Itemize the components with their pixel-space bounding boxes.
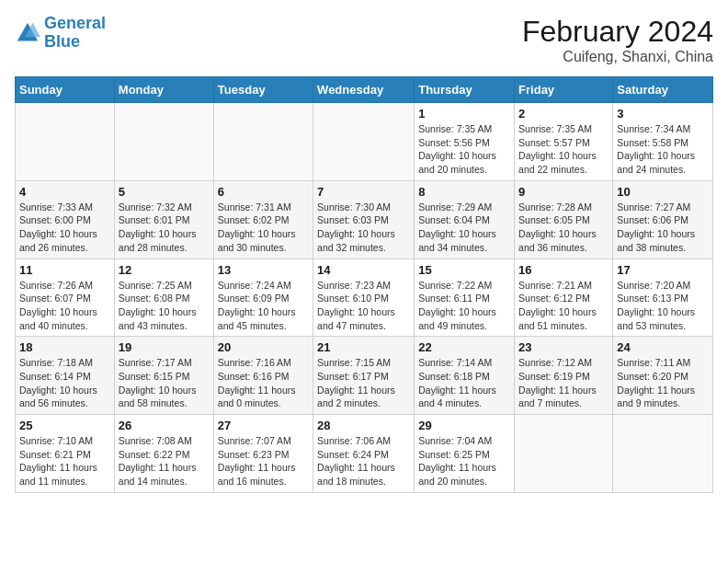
- calendar-cell: 3Sunrise: 7:34 AM Sunset: 5:58 PM Daylig…: [613, 103, 713, 181]
- calendar-week-row: 11Sunrise: 7:26 AM Sunset: 6:07 PM Dayli…: [16, 259, 713, 337]
- calendar-cell: 2Sunrise: 7:35 AM Sunset: 5:57 PM Daylig…: [515, 103, 613, 181]
- day-info: Sunrise: 7:31 AM Sunset: 6:02 PM Dayligh…: [218, 201, 309, 255]
- calendar-cell: 27Sunrise: 7:07 AM Sunset: 6:23 PM Dayli…: [213, 415, 313, 493]
- calendar-cell: 9Sunrise: 7:28 AM Sunset: 6:05 PM Daylig…: [515, 180, 613, 259]
- day-number: 25: [19, 419, 110, 432]
- day-info: Sunrise: 7:27 AM Sunset: 6:06 PM Dayligh…: [617, 201, 709, 255]
- calendar-cell: [114, 103, 213, 181]
- calendar-cell: 17Sunrise: 7:20 AM Sunset: 6:13 PM Dayli…: [613, 259, 713, 337]
- calendar-cell: [213, 103, 313, 181]
- day-info: Sunrise: 7:10 AM Sunset: 6:21 PM Dayligh…: [19, 434, 110, 488]
- page-header: General Blue February 2024 Cuifeng, Shan…: [15, 15, 713, 65]
- day-info: Sunrise: 7:14 AM Sunset: 6:18 PM Dayligh…: [418, 356, 510, 410]
- day-number: 21: [317, 340, 410, 354]
- day-info: Sunrise: 7:07 AM Sunset: 6:23 PM Dayligh…: [218, 434, 309, 488]
- day-number: 7: [317, 185, 410, 199]
- calendar-cell: 1Sunrise: 7:35 AM Sunset: 5:56 PM Daylig…: [415, 103, 515, 181]
- calendar-cell: [515, 415, 613, 493]
- calendar-cell: 14Sunrise: 7:23 AM Sunset: 6:10 PM Dayli…: [313, 259, 415, 337]
- logo-line1: General: [44, 14, 106, 32]
- calendar-cell: 26Sunrise: 7:08 AM Sunset: 6:22 PM Dayli…: [114, 415, 213, 493]
- calendar-week-row: 1Sunrise: 7:35 AM Sunset: 5:56 PM Daylig…: [16, 103, 713, 181]
- calendar-cell: [613, 415, 713, 493]
- calendar-cell: 24Sunrise: 7:11 AM Sunset: 6:20 PM Dayli…: [613, 337, 713, 415]
- day-number: 28: [317, 419, 410, 432]
- day-number: 12: [119, 263, 210, 277]
- weekday-header-row: SundayMondayTuesdayWednesdayThursdayFrid…: [16, 77, 713, 103]
- day-info: Sunrise: 7:06 AM Sunset: 6:24 PM Dayligh…: [317, 434, 410, 488]
- calendar-cell: 13Sunrise: 7:24 AM Sunset: 6:09 PM Dayli…: [213, 259, 313, 337]
- day-number: 26: [119, 419, 210, 432]
- calendar-cell: 16Sunrise: 7:21 AM Sunset: 6:12 PM Dayli…: [515, 259, 613, 337]
- day-number: 18: [19, 340, 110, 354]
- day-number: 8: [418, 185, 510, 199]
- weekday-header: Saturday: [613, 77, 713, 103]
- day-info: Sunrise: 7:21 AM Sunset: 6:12 PM Dayligh…: [518, 279, 609, 333]
- calendar-cell: 11Sunrise: 7:26 AM Sunset: 6:07 PM Dayli…: [16, 259, 115, 337]
- day-info: Sunrise: 7:16 AM Sunset: 6:16 PM Dayligh…: [218, 356, 309, 410]
- calendar-cell: 21Sunrise: 7:15 AM Sunset: 6:17 PM Dayli…: [313, 337, 415, 415]
- calendar-cell: 15Sunrise: 7:22 AM Sunset: 6:11 PM Dayli…: [415, 259, 515, 337]
- calendar-cell: [16, 103, 115, 181]
- logo: General Blue: [15, 15, 106, 52]
- day-number: 24: [617, 340, 709, 354]
- calendar-cell: 8Sunrise: 7:29 AM Sunset: 6:04 PM Daylig…: [415, 180, 515, 259]
- day-info: Sunrise: 7:33 AM Sunset: 6:00 PM Dayligh…: [19, 201, 110, 255]
- day-info: Sunrise: 7:08 AM Sunset: 6:22 PM Dayligh…: [119, 434, 210, 488]
- day-number: 19: [119, 340, 210, 354]
- day-number: 1: [418, 107, 510, 121]
- calendar-cell: 7Sunrise: 7:30 AM Sunset: 6:03 PM Daylig…: [313, 180, 415, 259]
- day-info: Sunrise: 7:20 AM Sunset: 6:13 PM Dayligh…: [617, 279, 709, 333]
- calendar-cell: 18Sunrise: 7:18 AM Sunset: 6:14 PM Dayli…: [16, 337, 115, 415]
- calendar-cell: [313, 103, 415, 181]
- weekday-header: Friday: [515, 77, 613, 103]
- day-number: 22: [418, 340, 510, 354]
- day-info: Sunrise: 7:15 AM Sunset: 6:17 PM Dayligh…: [317, 356, 410, 410]
- day-info: Sunrise: 7:35 AM Sunset: 5:56 PM Dayligh…: [418, 122, 510, 177]
- day-number: 23: [518, 340, 609, 354]
- calendar-cell: 23Sunrise: 7:12 AM Sunset: 6:19 PM Dayli…: [515, 337, 613, 415]
- day-number: 15: [418, 263, 510, 277]
- calendar-title: February 2024: [522, 15, 713, 49]
- day-info: Sunrise: 7:12 AM Sunset: 6:19 PM Dayligh…: [518, 356, 609, 410]
- logo-line2: Blue: [44, 32, 80, 51]
- day-number: 9: [518, 185, 609, 199]
- weekday-header: Thursday: [415, 77, 515, 103]
- calendar-cell: 5Sunrise: 7:32 AM Sunset: 6:01 PM Daylig…: [114, 180, 213, 259]
- day-info: Sunrise: 7:25 AM Sunset: 6:08 PM Dayligh…: [119, 279, 210, 333]
- calendar-cell: 12Sunrise: 7:25 AM Sunset: 6:08 PM Dayli…: [114, 259, 213, 337]
- day-info: Sunrise: 7:30 AM Sunset: 6:03 PM Dayligh…: [317, 201, 410, 255]
- day-number: 16: [518, 263, 609, 277]
- day-number: 3: [617, 107, 709, 121]
- weekday-header: Sunday: [16, 77, 115, 103]
- calendar-cell: 10Sunrise: 7:27 AM Sunset: 6:06 PM Dayli…: [613, 180, 713, 259]
- day-info: Sunrise: 7:28 AM Sunset: 6:05 PM Dayligh…: [518, 201, 609, 255]
- calendar-cell: 25Sunrise: 7:10 AM Sunset: 6:21 PM Dayli…: [16, 415, 115, 493]
- day-number: 5: [119, 185, 210, 199]
- day-info: Sunrise: 7:11 AM Sunset: 6:20 PM Dayligh…: [617, 356, 709, 410]
- calendar-subtitle: Cuifeng, Shanxi, China: [522, 49, 713, 65]
- title-block: February 2024 Cuifeng, Shanxi, China: [522, 15, 713, 65]
- calendar-cell: 20Sunrise: 7:16 AM Sunset: 6:16 PM Dayli…: [213, 337, 313, 415]
- day-number: 13: [218, 263, 309, 277]
- day-info: Sunrise: 7:24 AM Sunset: 6:09 PM Dayligh…: [218, 279, 309, 333]
- calendar-cell: 22Sunrise: 7:14 AM Sunset: 6:18 PM Dayli…: [415, 337, 515, 415]
- day-info: Sunrise: 7:26 AM Sunset: 6:07 PM Dayligh…: [19, 279, 110, 333]
- calendar-cell: 29Sunrise: 7:04 AM Sunset: 6:25 PM Dayli…: [415, 415, 515, 493]
- day-info: Sunrise: 7:17 AM Sunset: 6:15 PM Dayligh…: [119, 356, 210, 410]
- calendar-cell: 19Sunrise: 7:17 AM Sunset: 6:15 PM Dayli…: [114, 337, 213, 415]
- logo-icon: [15, 20, 40, 46]
- day-number: 17: [617, 263, 709, 277]
- calendar-cell: 28Sunrise: 7:06 AM Sunset: 6:24 PM Dayli…: [313, 415, 415, 493]
- day-info: Sunrise: 7:18 AM Sunset: 6:14 PM Dayligh…: [19, 356, 110, 410]
- day-number: 4: [19, 185, 110, 199]
- day-number: 10: [617, 185, 709, 199]
- day-info: Sunrise: 7:23 AM Sunset: 6:10 PM Dayligh…: [317, 279, 410, 333]
- calendar-week-row: 4Sunrise: 7:33 AM Sunset: 6:00 PM Daylig…: [16, 180, 713, 259]
- day-number: 2: [518, 107, 609, 121]
- day-info: Sunrise: 7:35 AM Sunset: 5:57 PM Dayligh…: [518, 122, 609, 177]
- calendar-week-row: 25Sunrise: 7:10 AM Sunset: 6:21 PM Dayli…: [16, 415, 713, 493]
- day-number: 27: [218, 419, 309, 432]
- day-number: 11: [19, 263, 110, 277]
- weekday-header: Wednesday: [313, 77, 415, 103]
